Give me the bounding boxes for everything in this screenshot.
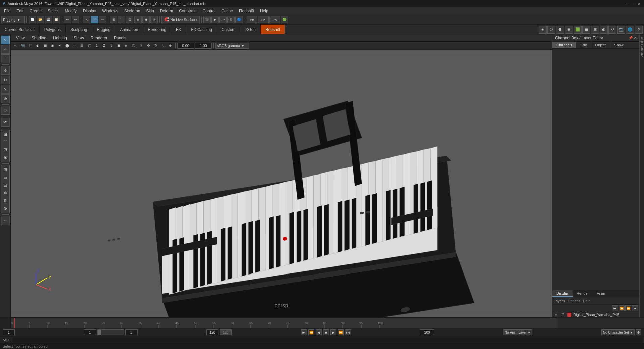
right-panel-pin[interactable]: 📌 — [629, 36, 633, 40]
lasso-button[interactable]: ⌒ — [1, 54, 10, 63]
save-as-button[interactable]: 📋 — [53, 16, 60, 23]
hide-lt[interactable]: ▭ — [2, 174, 9, 181]
vt-res1-icon[interactable]: 1 — [93, 42, 100, 49]
tab-rigging[interactable]: Rigging — [92, 25, 115, 34]
show-tab[interactable]: Show — [610, 42, 628, 48]
render-tab[interactable]: Render — [573, 290, 593, 297]
timeline-ruler[interactable]: 0 5 10 15 20 25 30 35 40 — [11, 318, 557, 328]
rs-icon9[interactable]: ↺ — [608, 26, 616, 34]
delete-lt[interactable]: 🗑 — [2, 197, 9, 204]
edit-tab[interactable]: Edit — [576, 42, 591, 48]
channels-tab[interactable]: Channels — [552, 42, 576, 48]
step-back-button[interactable]: ⏪ — [308, 329, 314, 335]
jump-end-button[interactable]: ⏭ — [345, 329, 351, 335]
close-button[interactable]: ✕ — [637, 1, 641, 6]
point-snap-lt[interactable]: ⊡ — [2, 146, 9, 153]
ipr-button[interactable]: IPR — [219, 16, 227, 23]
menu-modify[interactable]: Modify — [62, 8, 79, 14]
vt-camera-icon[interactable]: 📷 — [19, 42, 26, 49]
universal-manip-button[interactable]: ⊕ — [1, 94, 10, 103]
maximize-button[interactable]: □ — [631, 1, 635, 6]
vt-rot-icon[interactable]: ↻ — [152, 42, 159, 49]
step-forward-button[interactable]: ⏩ — [338, 329, 344, 335]
rs-icon7[interactable]: ⊞ — [591, 26, 599, 34]
more-tools-button[interactable]: ··· — [1, 216, 10, 225]
rs-icon12[interactable]: ? — [635, 26, 643, 34]
vt-xray-icon[interactable]: ◈ — [123, 42, 129, 49]
tab-fx-caching[interactable]: FX Caching — [186, 25, 217, 34]
snap-point-button[interactable]: ⊡ — [126, 16, 133, 23]
snap-view-button[interactable]: ◉ — [142, 16, 150, 23]
vp-menu-renderer[interactable]: Renderer — [88, 35, 110, 41]
select-tool-button[interactable]: ↖ — [83, 16, 90, 23]
vt-smooth2-icon[interactable]: ▣ — [115, 42, 122, 49]
menu-file[interactable]: File — [1, 8, 13, 14]
render-pass-button[interactable]: 🟢 — [281, 16, 288, 23]
vt-hud-icon[interactable]: ▢ — [86, 42, 93, 49]
tab-redshift[interactable]: Redshift — [261, 25, 285, 34]
vp-menu-view[interactable]: View — [13, 35, 28, 41]
tab-xgen[interactable]: XGen — [240, 25, 261, 34]
undo-button[interactable]: ↩ — [64, 16, 71, 23]
snap-surface-button[interactable]: ◈ — [134, 16, 142, 23]
tab-curves-surfaces[interactable]: Curves Surfaces — [0, 25, 40, 34]
tab-custom[interactable]: Custom — [217, 25, 240, 34]
menu-skin[interactable]: Skin — [144, 8, 157, 14]
layer-playback[interactable]: P — [560, 313, 565, 317]
vt-texture-icon[interactable]: ▦ — [42, 42, 48, 49]
end-frame-input[interactable] — [206, 329, 218, 335]
menu-help[interactable]: Help — [257, 8, 271, 14]
menu-redshift[interactable]: Redshift — [236, 8, 257, 14]
vt-smooth-icon[interactable]: ◉ — [49, 42, 56, 49]
vp-menu-show[interactable]: Show — [71, 35, 87, 41]
tab-polygons[interactable]: Polygons — [40, 25, 66, 34]
rs-icon8[interactable]: ◐ — [600, 26, 608, 34]
layer-prev-btn[interactable]: ⏪ — [619, 305, 625, 311]
hypershade-button[interactable]: 🔵 — [235, 16, 243, 23]
vt-select-icon[interactable]: ↖ — [12, 42, 19, 49]
render-button[interactable]: 🎬 — [203, 16, 211, 23]
show-hide-button[interactable]: 👁 — [1, 118, 10, 127]
render-settings-button[interactable]: ⚙ — [227, 16, 235, 23]
layer-name[interactable]: Digital_Piano_Yamaha_P45 — [573, 313, 619, 317]
menu-cache[interactable]: Cache — [219, 8, 236, 14]
play-forward-button[interactable]: ▶ — [330, 329, 336, 335]
layers-sub-tab[interactable]: Layers — [554, 299, 565, 303]
vp-menu-panels[interactable]: Panels — [111, 35, 129, 41]
gamma-dropdown[interactable]: sRGB gamma ▼ — [215, 43, 249, 49]
open-scene-button[interactable]: 📂 — [37, 16, 44, 23]
rs-icon1[interactable]: ◈ — [539, 26, 547, 34]
persp-cam2-button[interactable]: PR — [258, 16, 269, 23]
tab-fx[interactable]: FX — [171, 25, 186, 34]
menu-edit[interactable]: Edit — [14, 8, 26, 14]
menu-deform[interactable]: Deform — [157, 8, 176, 14]
value1-input[interactable] — [177, 43, 194, 49]
vt-isolate-icon[interactable]: ◎ — [138, 42, 144, 49]
character-set-dropdown[interactable]: No Character Set ▼ — [601, 329, 635, 335]
frame-slider[interactable] — [97, 329, 124, 335]
center-lt[interactable]: ⊙ — [2, 205, 9, 212]
save-scene-button[interactable]: 💾 — [45, 16, 52, 23]
vt-wireframe-icon[interactable]: ⬚ — [27, 42, 34, 49]
grid-snap-lt[interactable]: ⊞ — [2, 131, 9, 138]
vp-menu-shading[interactable]: Shading — [29, 35, 49, 41]
vt-ao-icon[interactable]: ○ — [71, 42, 78, 49]
render-sequence-button[interactable]: ▶ — [211, 16, 219, 23]
rs-icon5[interactable]: 🟩 — [574, 26, 582, 34]
playhead-thumb[interactable] — [98, 330, 101, 335]
frame-count-input[interactable] — [125, 329, 138, 335]
menu-constrain[interactable]: Constrain — [176, 8, 199, 14]
mel-input[interactable] — [12, 337, 643, 343]
rs-icon6[interactable]: ◼ — [582, 26, 590, 34]
vt-move-icon[interactable]: ✛ — [145, 42, 152, 49]
tab-rendering[interactable]: Rendering — [143, 25, 171, 34]
vt-shading-icon[interactable]: ◐ — [34, 42, 41, 49]
tab-sculpting[interactable]: Sculpting — [66, 25, 92, 34]
object-tab[interactable]: Object — [591, 42, 610, 48]
range-end-full-input[interactable] — [420, 329, 434, 335]
rs-icon4[interactable]: ◉ — [565, 26, 573, 34]
workspace-dropdown[interactable]: Rigging ▼ — [1, 16, 25, 23]
vt-component-icon[interactable]: ⬡ — [130, 42, 137, 49]
layer-first-btn[interactable]: ⏮ — [612, 305, 618, 311]
vt-res3-icon[interactable]: 3 — [108, 42, 115, 49]
